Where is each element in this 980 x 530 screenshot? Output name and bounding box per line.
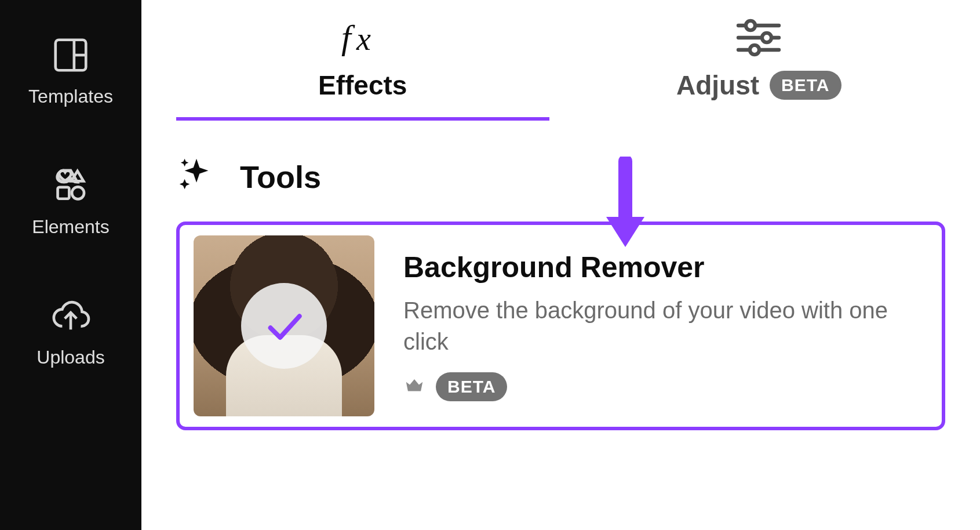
left-sidebar: Templates Elements <box>0 0 141 530</box>
tool-description: Remove the background of your video with… <box>403 295 928 357</box>
tab-adjust[interactable]: Adjust BETA <box>573 17 946 121</box>
panel-tabs: f x Effects Adjust BETA <box>176 17 945 121</box>
tool-card-background-remover[interactable]: Background Remover Remove the background… <box>176 222 945 430</box>
svg-marker-17 <box>606 217 644 247</box>
svg-point-13 <box>762 33 771 42</box>
sidebar-item-elements[interactable]: Elements <box>32 165 109 238</box>
tools-heading: Tools <box>240 159 321 195</box>
tab-label: Adjust <box>676 70 759 101</box>
sliders-icon <box>733 17 785 58</box>
svg-text:x: x <box>356 21 371 57</box>
sidebar-item-templates[interactable]: Templates <box>28 35 113 107</box>
svg-point-11 <box>746 21 755 30</box>
tool-title: Background Remover <box>403 251 928 284</box>
beta-badge: BETA <box>770 71 841 100</box>
sparkle-icon <box>176 155 217 198</box>
sidebar-item-uploads[interactable]: Uploads <box>37 296 104 368</box>
fx-icon: f x <box>337 17 389 58</box>
sidebar-item-label: Elements <box>32 216 109 238</box>
elements-icon <box>50 165 91 206</box>
crown-icon <box>403 375 425 399</box>
uploads-icon <box>50 296 91 336</box>
svg-point-15 <box>750 45 759 55</box>
sidebar-item-label: Uploads <box>37 347 104 368</box>
templates-icon <box>50 35 91 75</box>
tab-label: Effects <box>318 70 407 101</box>
svg-point-6 <box>72 187 84 199</box>
effects-panel: f x Effects Adjust BETA <box>141 0 980 530</box>
arrow-annotation-icon <box>599 157 651 252</box>
sidebar-item-label: Templates <box>28 86 113 107</box>
tools-section-header: Tools <box>176 155 945 198</box>
svg-rect-5 <box>58 187 70 199</box>
checkmark-icon <box>241 283 327 369</box>
svg-text:f: f <box>341 18 355 56</box>
tab-effects[interactable]: f x Effects <box>176 17 549 121</box>
tool-card-body: Background Remover Remove the background… <box>403 251 928 401</box>
tool-thumbnail <box>194 235 374 416</box>
beta-badge: BETA <box>436 372 507 401</box>
